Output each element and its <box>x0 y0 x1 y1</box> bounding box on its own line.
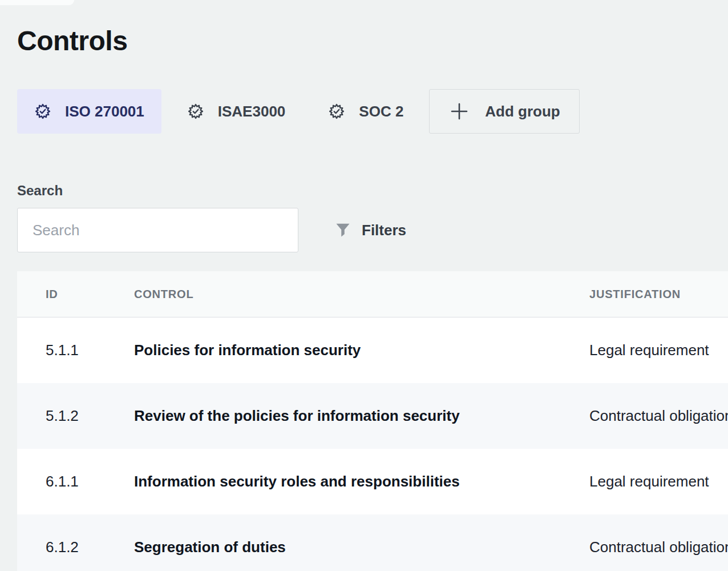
tab-label: ISAE3000 <box>218 103 286 120</box>
table-row[interactable]: 6.1.1 Information security roles and res… <box>17 449 728 514</box>
row-justification: Legal requirement <box>589 341 728 359</box>
tab-iso-270001[interactable]: ISO 270001 <box>17 89 161 134</box>
row-justification: Legal requirement <box>589 473 728 490</box>
filters-button[interactable]: Filters <box>334 208 406 252</box>
search-label: Search <box>17 183 63 199</box>
row-control: Review of the policies for information s… <box>134 407 589 425</box>
add-group-label: Add group <box>485 103 560 120</box>
tab-label: ISO 270001 <box>65 103 144 120</box>
row-id: 5.1.1 <box>17 341 134 359</box>
column-header-justification: JUSTIFICATION <box>589 288 728 301</box>
badge-check-icon <box>328 103 345 120</box>
group-tabs: ISO 270001 ISAE3000 SOC 2 Add group <box>17 89 580 134</box>
filters-label: Filters <box>362 222 406 239</box>
badge-check-icon <box>34 103 51 120</box>
row-justification: Contractual obligation <box>589 538 728 556</box>
filter-funnel-icon <box>334 222 351 239</box>
add-group-button[interactable]: Add group <box>429 89 579 134</box>
page-title: Controls <box>17 25 127 57</box>
page-corner-accent <box>0 0 74 5</box>
plus-icon <box>448 100 470 122</box>
row-control: Policies for information security <box>134 341 589 359</box>
table-row[interactable]: 5.1.2 Review of the policies for informa… <box>17 383 728 449</box>
row-id: 6.1.2 <box>17 538 134 556</box>
row-justification: Contractual obligation <box>589 407 728 425</box>
search-input[interactable] <box>17 208 298 252</box>
row-control: Segregation of duties <box>134 538 589 556</box>
row-control: Information security roles and responsib… <box>134 473 589 490</box>
column-header-control: CONTROL <box>134 288 589 301</box>
controls-table: ID CONTROL JUSTIFICATION 5.1.1 Policies … <box>17 271 728 571</box>
table-header-row: ID CONTROL JUSTIFICATION <box>17 271 728 317</box>
row-id: 5.1.2 <box>17 407 134 425</box>
row-id: 6.1.1 <box>17 473 134 490</box>
table-row[interactable]: 6.1.2 Segregation of duties Contractual … <box>17 514 728 571</box>
badge-check-icon <box>187 103 204 120</box>
column-header-id: ID <box>17 288 134 301</box>
tab-soc-2[interactable]: SOC 2 <box>311 89 420 134</box>
tab-label: SOC 2 <box>359 103 403 120</box>
tab-isae3000[interactable]: ISAE3000 <box>170 89 303 134</box>
table-row[interactable]: 5.1.1 Policies for information security … <box>17 317 728 383</box>
